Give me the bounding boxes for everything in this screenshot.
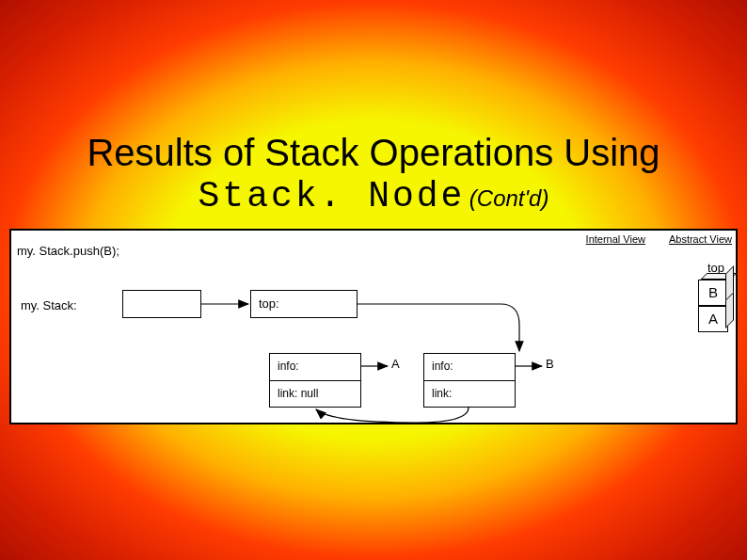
node-a: info: link: null: [269, 353, 361, 408]
node-a-info: info:: [270, 354, 360, 381]
operation-call: my. Stack.push(B);: [17, 244, 119, 258]
abstract-view-label: Abstract View: [669, 233, 732, 245]
slide-title: Results of Stack Operations Using Stack.…: [0, 132, 747, 216]
node-b-info: info:: [424, 354, 515, 381]
mystack-box: [122, 290, 201, 318]
node-a-link: link: null: [270, 381, 360, 408]
title-contd: (Cont'd): [469, 185, 549, 211]
node-b-link: link:: [424, 381, 515, 408]
top-box: top:: [250, 290, 358, 318]
mystack-label: my. Stack:: [21, 298, 77, 312]
title-mono: Stack. Node: [199, 176, 466, 216]
stack-cell-a: A: [698, 306, 728, 332]
node-b: info: link:: [423, 353, 516, 408]
arrows-svg: [11, 231, 739, 426]
diagram-panel: Internal View Abstract View my. Stack.pu…: [9, 229, 738, 424]
top-label: top:: [259, 296, 279, 311]
node-b-value: B: [546, 357, 554, 371]
title-line1: Results of Stack Operations Using: [0, 132, 747, 174]
title-line2: Stack. Node (Cont'd): [0, 176, 747, 216]
internal-view-label: Internal View: [586, 233, 645, 245]
abstract-stack: B A: [698, 280, 728, 332]
node-a-value: A: [391, 357, 400, 371]
stack-cell-b: B: [698, 280, 728, 306]
